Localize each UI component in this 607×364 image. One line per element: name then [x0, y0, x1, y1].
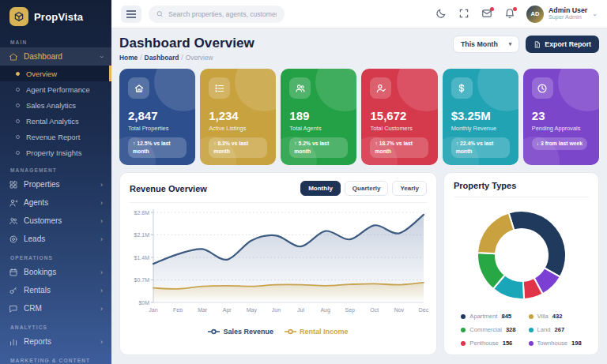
stat-icon-tile	[209, 77, 230, 99]
cube-icon	[9, 7, 28, 26]
legend-item-rental-income: Rental Income	[285, 328, 349, 336]
sidebar-section-label: OPERATIONS	[0, 248, 111, 263]
stat-trend-badge: ↑ 5.2% vs last month	[289, 137, 348, 158]
svg-text:Sep: Sep	[345, 307, 355, 313]
sidebar: PropVista MAINDashboard›OverviewAgent Pe…	[0, 0, 111, 364]
stat-card-total-agents: 189 Total Agents ↑ 5.2% vs last month	[281, 69, 356, 165]
sidebar-section-label: MAIN	[0, 32, 111, 47]
donut-segment-villa	[477, 212, 514, 253]
sidebar-item-reports[interactable]: Reports›	[0, 332, 111, 351]
stat-trend-badge: ↑ 8.3% vs last month	[209, 137, 267, 158]
house-icon	[134, 83, 145, 94]
breadcrumb-dashboard[interactable]: Dashboard	[145, 54, 179, 62]
stat-cards-row: 2,847 Total Properties ↑ 12.5% vs last m…	[119, 69, 599, 165]
notifications-badge	[513, 7, 517, 11]
chevron-icon: ›	[100, 268, 103, 276]
sidebar-subitem-sales-analytics[interactable]: Sales Analytics	[0, 97, 111, 113]
user-menu[interactable]: AD Admin User Super Admin ⌄	[526, 6, 598, 23]
chevron-down-icon: ⌄	[592, 10, 598, 17]
sidebar-item-agents[interactable]: Agents›	[0, 193, 111, 212]
stat-icon-tile	[532, 77, 553, 99]
page-title: Dashboard Overview	[119, 36, 254, 51]
sidebar-subitem-agent-performance[interactable]: Agent Performance	[0, 81, 111, 97]
tab-yearly[interactable]: Yearly	[392, 181, 427, 196]
bullet-icon	[16, 103, 20, 107]
sidebar-item-rentals[interactable]: Rentals›	[0, 281, 111, 299]
messages-button[interactable]	[481, 8, 493, 21]
notifications-button[interactable]	[503, 8, 516, 21]
donut-segment-apartment	[508, 211, 565, 277]
stat-card-pending-approvals: 23 Pending Approvals ↓ 3 from last week	[523, 69, 599, 165]
stat-label: Pending Approvals	[532, 125, 590, 132]
sidebar-item-bookings[interactable]: Bookings›	[0, 263, 111, 281]
stat-value: 23	[532, 109, 590, 122]
stat-trend-badge: ↓ 3 from last week	[532, 137, 587, 150]
stat-card-monthly-revenue: $3.25M Monthly Revenue ↑ 22.4% vs last m…	[443, 69, 518, 165]
legend-dot-icon	[461, 341, 466, 346]
svg-text:Oct: Oct	[370, 307, 379, 313]
dollar-icon	[456, 83, 467, 94]
revenue-chart-legend: Sales RevenueRental Income	[130, 328, 427, 336]
stat-value: 1,234	[209, 109, 267, 122]
breadcrumb-home[interactable]: Home	[119, 54, 138, 62]
svg-text:Aug: Aug	[320, 307, 330, 313]
calendar-icon	[9, 268, 18, 277]
sidebar-subitem-property-insights[interactable]: Property Insights	[0, 144, 111, 160]
user-role: Super Admin	[549, 14, 587, 21]
dark-mode-button[interactable]	[435, 8, 447, 21]
chevron-icon: ›	[100, 199, 103, 207]
brand-logo[interactable]: PropVista	[0, 0, 111, 32]
stat-icon-tile	[370, 77, 391, 99]
sidebar-section-label: ANALYTICS	[0, 317, 111, 332]
sidebar-item-leads[interactable]: Leads›	[0, 230, 111, 248]
property-types-panel: Property Types Apartment845Villa432Comme…	[443, 172, 599, 355]
fullscreen-button[interactable]	[458, 8, 470, 21]
svg-text:Jun: Jun	[272, 307, 281, 313]
pie-legend-item-land: Land267	[529, 326, 582, 333]
people-icon	[295, 83, 306, 94]
sidebar-item-properties[interactable]: Properties›	[0, 175, 111, 193]
brand-name: PropVista	[34, 11, 83, 23]
sidebar-section-label: MARKETING & CONTENT	[0, 351, 111, 364]
svg-text:Nov: Nov	[394, 307, 405, 313]
search-input[interactable]	[168, 10, 277, 18]
period-select[interactable]: This Month ▾	[453, 36, 519, 53]
clock-icon	[537, 83, 548, 94]
revenue-line-chart: $0M$0.7M$1.4M$2.1M$2.8MJanFebMarAprMayJu…	[130, 206, 428, 325]
search-icon	[156, 10, 164, 18]
person-check-icon	[375, 83, 386, 94]
export-report-button[interactable]: Export Report	[526, 36, 599, 53]
global-search	[149, 6, 285, 23]
sidebar-item-dashboard[interactable]: Dashboard›	[0, 47, 111, 66]
pie-legend-item-apartment: Apartment845	[461, 313, 515, 320]
breadcrumb-current: Overview	[186, 54, 213, 62]
home-icon	[9, 52, 18, 62]
person-plus-icon	[9, 198, 18, 208]
sidebar-subitem-rental-analytics[interactable]: Rental Analytics	[0, 113, 111, 129]
messages-badge	[490, 7, 494, 11]
stat-trend-badge: ↑ 18.7% vs last month	[370, 137, 428, 158]
grid-icon	[9, 180, 18, 190]
tab-quarterly[interactable]: Quarterly	[345, 181, 389, 196]
bullet-icon	[16, 119, 20, 123]
bullet-icon	[16, 72, 20, 76]
legend-marker-icon	[285, 328, 296, 335]
legend-dot-icon	[529, 314, 533, 319]
menu-toggle-button[interactable]	[121, 6, 141, 23]
tab-monthly[interactable]: Monthly	[300, 181, 341, 196]
sidebar-subitem-overview[interactable]: Overview	[0, 66, 111, 81]
chevron-icon: ›	[100, 287, 103, 295]
svg-text:Jul: Jul	[297, 307, 304, 313]
people-icon	[9, 216, 18, 226]
revenue-panel-title: Revenue Overview	[130, 184, 207, 193]
svg-text:Feb: Feb	[173, 307, 183, 313]
sidebar-subitem-revenue-report[interactable]: Revenue Report	[0, 129, 111, 144]
legend-dot-icon	[461, 314, 466, 319]
target-icon	[9, 235, 18, 244]
stat-card-total-properties: 2,847 Total Properties ↑ 12.5% vs last m…	[119, 69, 195, 165]
fullscreen-icon	[458, 8, 469, 19]
legend-item-sales-revenue: Sales Revenue	[208, 328, 273, 336]
sidebar-item-crm[interactable]: CRM›	[0, 299, 111, 317]
stat-label: Active Listings	[209, 125, 267, 132]
sidebar-item-customers[interactable]: Customers›	[0, 212, 111, 230]
